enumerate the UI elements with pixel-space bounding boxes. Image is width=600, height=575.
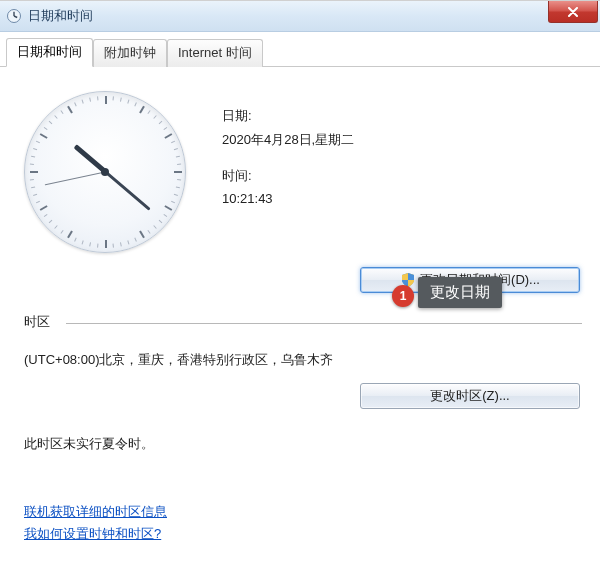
help-links: 联机获取详细的时区信息 我如何设置时钟和时区? — [24, 499, 582, 543]
date-label: 日期: — [222, 107, 354, 125]
tab-date-time[interactable]: 日期和时间 — [6, 38, 93, 67]
date-time-dialog: 日期和时间 日期和时间 附加时钟 Internet 时间 日期: 2020年4月… — [0, 0, 600, 575]
clock-icon — [6, 8, 22, 24]
section-divider — [66, 323, 582, 324]
clock-center-pin — [101, 168, 109, 176]
annotation-marker-1: 1 — [392, 285, 414, 307]
tab-pane-date-time: 日期: 2020年4月28日,星期二 时间: 10:21:43 — [0, 67, 600, 553]
change-timezone-button[interactable]: 更改时区(Z)... — [360, 383, 580, 409]
clock-face — [24, 91, 186, 253]
clock-second-hand — [44, 172, 105, 186]
titlebar: 日期和时间 — [0, 1, 600, 32]
analog-clock — [24, 91, 194, 261]
time-value: 10:21:43 — [222, 191, 354, 206]
link-how-to-set[interactable]: 我如何设置时钟和时区? — [24, 525, 161, 543]
timezone-section-header: 时区 — [24, 313, 582, 331]
date-value: 2020年4月28日,星期二 — [222, 131, 354, 149]
top-row: 日期: 2020年4月28日,星期二 时间: 10:21:43 — [24, 91, 582, 261]
tab-strip: 日期和时间 附加时钟 Internet 时间 — [0, 32, 600, 67]
change-timezone-row: 更改时区(Z)... — [24, 383, 580, 409]
timezone-value: (UTC+08:00)北京，重庆，香港特别行政区，乌鲁木齐 — [24, 351, 582, 369]
timezone-section-label: 时区 — [24, 313, 50, 331]
annotation-tooltip: 更改日期 — [418, 277, 502, 308]
close-icon — [567, 7, 579, 17]
link-tz-info[interactable]: 联机获取详细的时区信息 — [24, 503, 167, 521]
change-timezone-label: 更改时区(Z)... — [430, 387, 509, 405]
close-button[interactable] — [548, 1, 598, 23]
tab-additional-clocks[interactable]: 附加时钟 — [93, 39, 167, 67]
datetime-info: 日期: 2020年4月28日,星期二 时间: 10:21:43 — [222, 91, 354, 261]
time-label: 时间: — [222, 167, 354, 185]
dst-note: 此时区未实行夏令时。 — [24, 435, 582, 453]
tab-internet-time[interactable]: Internet 时间 — [167, 39, 263, 67]
clock-minute-hand — [104, 171, 150, 211]
window-title: 日期和时间 — [28, 7, 93, 25]
